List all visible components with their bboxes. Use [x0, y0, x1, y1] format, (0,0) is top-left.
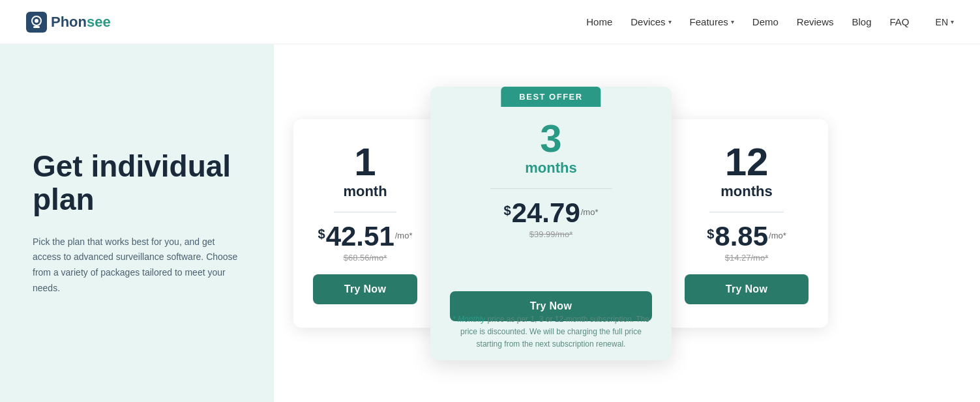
- nav-links: Home Devices ▾ Features ▾ Demo Reviews B…: [586, 16, 909, 28]
- plan-1month-dollar: $: [318, 227, 325, 242]
- plan-3months-price-row: $ 24.79 /mo*: [504, 199, 599, 227]
- card-3months-divider: [490, 188, 612, 189]
- plan-12months-dollar: $: [707, 227, 714, 242]
- plan-3months-dollar: $: [504, 203, 511, 218]
- nav-item-devices[interactable]: Devices ▾: [631, 16, 671, 28]
- nav-item-demo[interactable]: Demo: [752, 16, 779, 28]
- plan-card-12months: 12 months $ 8.85 /mo* $14.27/mo* Try Now: [665, 119, 828, 328]
- plan-3months-suffix: /mo*: [581, 207, 599, 217]
- plan-12months-price: 8.85: [715, 223, 768, 250]
- plan-12months-number: 12: [725, 143, 769, 182]
- pricing-cards-area: 1 month $ 42.51 /mo* $68.56/mo* Try Now …: [274, 44, 980, 402]
- hero-panel: Get individual plan Pick the plan that w…: [0, 44, 274, 402]
- lang-chevron-icon: ▾: [951, 18, 954, 25]
- logo-text: Phonsee: [51, 14, 111, 31]
- plan-1month-price-row: $ 42.51 /mo*: [318, 223, 413, 250]
- language-selector[interactable]: EN ▾: [936, 17, 954, 27]
- plan-1month-cta[interactable]: Try Now: [313, 274, 417, 304]
- nav-item-faq[interactable]: FAQ: [890, 16, 910, 28]
- nav-item-blog[interactable]: Blog: [852, 16, 872, 28]
- footnote-text: price as per 1, 3 or 12-month subscripti…: [460, 315, 649, 349]
- pricing-footnote: * Monthly price as per 1, 3 or 12-month …: [450, 313, 652, 351]
- svg-rect-3: [33, 26, 40, 28]
- plan-3months-unit: months: [525, 160, 576, 177]
- plan-card-1month: 1 month $ 42.51 /mo* $68.56/mo* Try Now: [293, 119, 437, 328]
- card-1month-divider: [334, 212, 396, 212]
- navbar: Phonsee Home Devices ▾ Features ▾ Demo R…: [0, 0, 980, 44]
- plan-12months-price-row: $ 8.85 /mo*: [707, 223, 786, 250]
- plan-3months-original: $39.99/mo*: [529, 229, 573, 239]
- card-12months-divider: [709, 212, 784, 212]
- hero-description: Pick the plan that works best for you, a…: [33, 235, 241, 296]
- nav-item-home[interactable]: Home: [586, 16, 612, 28]
- pricing-section: Get individual plan Pick the plan that w…: [0, 44, 980, 402]
- plan-3months-number: 3: [540, 119, 561, 158]
- plan-1month-suffix: /mo*: [395, 231, 413, 240]
- hero-title: Get individual plan: [33, 150, 248, 216]
- logo[interactable]: Phonsee: [26, 12, 111, 33]
- svg-point-2: [35, 19, 38, 23]
- footnote-highlight: * Monthly: [453, 315, 485, 324]
- best-offer-badge: BEST OFFER: [501, 87, 601, 107]
- plan-3months-price: 24.79: [512, 199, 580, 227]
- plan-12months-suffix: /mo*: [769, 231, 786, 240]
- devices-chevron-icon: ▾: [668, 18, 672, 25]
- plan-1month-original: $68.56/mo*: [344, 253, 387, 263]
- plan-1month-unit: month: [343, 183, 387, 200]
- logo-icon: [26, 12, 47, 33]
- plan-card-3months: BEST OFFER 3 months $ 24.79 /mo* $39.99/…: [430, 87, 672, 360]
- plan-1month-number: 1: [354, 143, 376, 182]
- features-chevron-icon: ▾: [731, 18, 734, 25]
- nav-item-features[interactable]: Features ▾: [690, 16, 734, 28]
- plan-12months-unit: months: [720, 183, 772, 200]
- plan-12months-original: $14.27/mo*: [725, 253, 769, 263]
- plan-12months-cta[interactable]: Try Now: [685, 274, 809, 304]
- nav-item-reviews[interactable]: Reviews: [797, 16, 834, 28]
- plan-1month-price: 42.51: [326, 223, 394, 250]
